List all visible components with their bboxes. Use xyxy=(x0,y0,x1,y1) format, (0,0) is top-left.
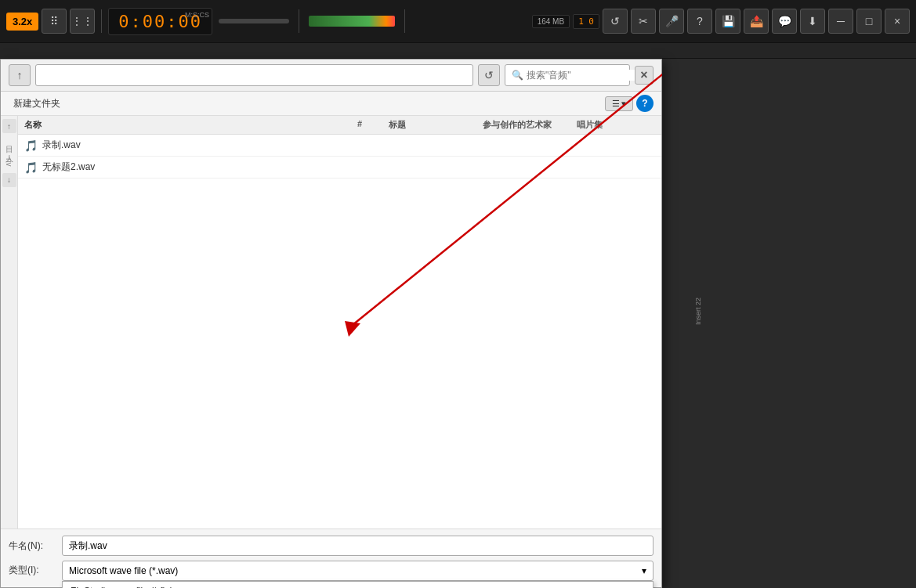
step-seq-btn[interactable]: ⋮⋮ xyxy=(70,9,95,34)
dialog-content: ↑ 目 人 riv ↓ 名称 # 标题 参与创作的艺术家 唱片集 xyxy=(1,116,661,528)
export-btn[interactable]: 📤 xyxy=(744,9,769,34)
help-btn[interactable]: ? xyxy=(687,9,712,34)
search-icon: 🔍 xyxy=(512,70,523,81)
time-label: M:S:CS xyxy=(185,11,209,19)
pattern-btn[interactable]: ⠿ xyxy=(42,9,67,34)
dialog-bottom: 牛名(N): 类型(I): Microsoft wave file (*.wav… xyxy=(1,528,661,587)
restore-btn[interactable]: □ xyxy=(856,9,882,34)
sep2 xyxy=(299,9,299,33)
sidebar-down-btn[interactable]: ↓ xyxy=(2,173,16,187)
sidebar-item-3[interactable]: riv xyxy=(5,155,13,170)
refresh-button[interactable]: ↺ xyxy=(478,64,500,86)
filetype-dropdown: FL Studio song file (*.flp)Zipped song f… xyxy=(62,581,654,588)
file-icon-1: 🎵 xyxy=(24,161,38,174)
filename-label: 牛名(N): xyxy=(9,539,56,553)
col-album-header[interactable]: 唱片集 xyxy=(577,119,655,131)
dialog-header: ↑ ↺ 🔍 × xyxy=(1,60,661,92)
col-number-header[interactable]: # xyxy=(357,119,389,131)
master-volume-slider[interactable] xyxy=(309,16,395,27)
file-item-1[interactable]: 🎵 无标题2.wav xyxy=(18,157,661,179)
search-input[interactable] xyxy=(527,70,644,81)
download-btn[interactable]: ⬇ xyxy=(800,9,825,34)
col-name-header[interactable]: 名称 xyxy=(24,119,357,131)
time-container: 0:00:00 M:S:CS xyxy=(108,8,212,35)
file-label-0: 录制.wav xyxy=(42,139,81,152)
memory-value: 164 MB xyxy=(538,17,564,26)
tempo-display[interactable]: 3.2x xyxy=(6,13,38,31)
up-icon: ↑ xyxy=(17,69,23,81)
cut-btn[interactable]: ✂ xyxy=(631,9,656,34)
song-position-slider[interactable] xyxy=(219,19,289,23)
top-toolbar: 3.2x ⠿ ⋮⋮ 0:00:00 M:S:CS 164 MB 1 0 ↺ ✂ … xyxy=(0,0,916,43)
file-name-1: 🎵 无标题2.wav xyxy=(24,161,357,174)
file-item-0[interactable]: 🎵 录制.wav xyxy=(18,135,661,157)
file-dialog: ↑ ↺ 🔍 × 新建文件夹 ☰ ▾ ? xyxy=(0,59,662,588)
memory-display: 164 MB xyxy=(532,15,570,28)
new-folder-button[interactable]: 新建文件夹 xyxy=(9,96,65,112)
secondary-toolbar xyxy=(0,43,916,59)
view-options: ☰ ▾ ? xyxy=(605,95,654,112)
dropdown-item-0[interactable]: FL Studio song file (*.flp) xyxy=(63,582,653,588)
filetype-row: 类型(I): Microsoft wave file (*.wav) ▾ FL … xyxy=(9,561,654,581)
dialog-sidebar: ↑ 目 人 riv ↓ xyxy=(1,116,18,528)
minimize-btn[interactable]: ─ xyxy=(828,9,853,34)
sep1 xyxy=(101,9,102,33)
sep3 xyxy=(404,9,405,33)
filetype-container: Microsoft wave file (*.wav) ▾ FL Studio … xyxy=(62,561,654,581)
file-label-1: 无标题2.wav xyxy=(42,161,95,174)
chat-btn[interactable]: 💬 xyxy=(772,9,797,34)
sidebar-item-1[interactable]: 目 xyxy=(4,136,15,142)
filename-input[interactable] xyxy=(62,536,654,556)
filetype-selected-label: Microsoft wave file (*.wav) xyxy=(69,565,178,576)
close-button[interactable]: × xyxy=(635,66,654,85)
search-container: 🔍 xyxy=(505,64,630,86)
metronome-btn[interactable]: ↺ xyxy=(603,9,628,34)
beat-display: 1 0 xyxy=(573,14,599,29)
beat-value: 1 0 xyxy=(578,16,594,27)
path-input[interactable] xyxy=(35,64,473,86)
dropdown-arrow-icon: ▾ xyxy=(642,565,646,576)
record-btn[interactable]: 🎤 xyxy=(659,9,684,34)
dialog-toolbar2: 新建文件夹 ☰ ▾ ? xyxy=(1,92,661,116)
main-area: ↑ ↺ 🔍 × 新建文件夹 ☰ ▾ ? xyxy=(0,59,916,588)
file-name-0: 🎵 录制.wav xyxy=(24,139,357,152)
filename-row: 牛名(N): xyxy=(9,536,654,556)
close-icon: × xyxy=(640,68,647,82)
save-btn[interactable]: 💾 xyxy=(715,9,740,34)
sidebar-item-2[interactable]: 人 xyxy=(4,146,15,152)
file-list: 名称 # 标题 参与创作的艺术家 唱片集 🎵 录制.wav xyxy=(18,116,661,528)
close-btn[interactable]: × xyxy=(885,9,910,34)
file-icon-0: 🎵 xyxy=(24,139,38,152)
chevron-down-icon: ▾ xyxy=(621,99,626,109)
filetype-select[interactable]: Microsoft wave file (*.wav) ▾ xyxy=(62,561,654,581)
help-circle-button[interactable]: ? xyxy=(636,95,654,112)
col-artist-header[interactable]: 参与创作的艺术家 xyxy=(483,119,577,131)
refresh-icon: ↺ xyxy=(484,69,494,81)
toolbar-right: 164 MB 1 0 ↺ ✂ 🎤 ? 💾 📤 💬 ⬇ ─ □ × xyxy=(532,9,910,34)
up-button[interactable]: ↑ xyxy=(9,64,31,86)
col-title-header[interactable]: 标题 xyxy=(389,119,483,131)
view-mode-button[interactable]: ☰ ▾ xyxy=(605,96,633,111)
sidebar-up-btn[interactable]: ↑ xyxy=(2,119,16,133)
list-icon: ☰ xyxy=(612,99,620,109)
file-list-header: 名称 # 标题 参与创作的艺术家 唱片集 xyxy=(18,116,661,135)
filetype-label: 类型(I): xyxy=(9,561,56,577)
